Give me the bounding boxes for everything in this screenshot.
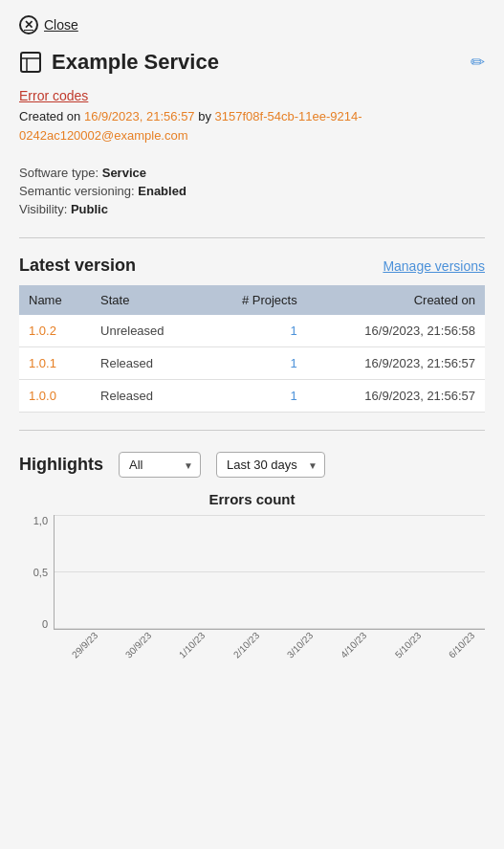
version-state: Unreleased (91, 315, 205, 347)
filter-select-wrapper: AllOption2Option3 (119, 452, 201, 478)
close-button[interactable]: ✕ Close (19, 15, 78, 34)
chart-container: 1,0 0,5 0 29/9/2330/9/231/10/232/10/233/… (19, 515, 485, 668)
version-name: 1.0.1 (19, 347, 91, 380)
table-row: 1.0.0 Released 1 16/9/2023, 21:56:57 (19, 380, 485, 413)
divider-1 (19, 237, 485, 238)
table-row: 1.0.2 Unreleased 1 16/9/2023, 21:56:58 (19, 315, 485, 347)
visibility-value: Public (71, 202, 108, 216)
highlights-title: Highlights (19, 455, 103, 475)
errors-count-title: Errors count (19, 491, 485, 507)
created-by-prefix: by (195, 109, 215, 123)
version-state: Released (91, 347, 205, 380)
visibility-label: Visibility: (19, 202, 71, 216)
highlights-section: Highlights AllOption2Option3 Last 30 day… (0, 438, 504, 678)
col-projects: # Projects (205, 285, 307, 315)
created-date: 16/9/2023, 21:56:57 (84, 109, 195, 123)
created-prefix: Created on (19, 109, 84, 123)
col-name: Name (19, 285, 91, 315)
semantic-versioning-value: Enabled (138, 184, 186, 198)
version-projects: 1 (205, 315, 307, 347)
manage-versions-link[interactable]: Manage versions (383, 258, 485, 274)
edit-icon[interactable]: ✏ (471, 52, 485, 73)
col-state: State (91, 285, 205, 315)
service-name: Example Service (52, 50, 219, 75)
y-label-bottom: 0 (19, 618, 48, 630)
chart-area (54, 515, 485, 630)
error-codes-link[interactable]: Error codes (19, 88, 88, 103)
service-icon (19, 51, 42, 74)
filter-select[interactable]: AllOption2Option3 (119, 452, 201, 478)
latest-version-title: Latest version (19, 256, 136, 276)
version-name: 1.0.0 (19, 380, 91, 413)
version-state: Released (91, 380, 205, 413)
y-axis-labels: 1,0 0,5 0 (19, 515, 52, 630)
meta-section: Error codes Created on 16/9/2023, 21:56:… (0, 80, 504, 156)
header-bar: ✕ Close (0, 0, 504, 42)
software-type-label: Software type: (19, 166, 102, 180)
close-circle-icon: ✕ (19, 15, 38, 34)
time-select[interactable]: Last 30 daysLast 7 daysLast 90 days (216, 452, 325, 478)
table-row: 1.0.1 Released 1 16/9/2023, 21:56:57 (19, 347, 485, 380)
versions-header: Latest version Manage versions (19, 256, 485, 276)
col-created: Created on (307, 285, 485, 315)
time-select-wrapper: Last 30 daysLast 7 daysLast 90 days (216, 452, 325, 478)
divider-2 (19, 430, 485, 431)
created-info: Created on 16/9/2023, 21:56:57 by 3157f0… (19, 107, 485, 145)
x-axis-labels: 29/9/2330/9/231/10/232/10/233/10/234/10/… (54, 641, 485, 652)
grid-line-mid (55, 571, 485, 572)
service-header: Example Service ✏ (0, 42, 504, 80)
y-label-top: 1,0 (19, 515, 48, 526)
main-panel: ✕ Close Example Service ✏ Error codes Cr… (0, 0, 504, 849)
y-label-mid: 0,5 (19, 567, 48, 578)
props-section: Software type: Service Semantic versioni… (0, 156, 504, 230)
grid-line-top (55, 515, 485, 516)
semantic-versioning-label: Semantic versioning: (19, 184, 138, 198)
version-projects: 1 (205, 347, 307, 380)
software-type-row: Software type: Service (19, 166, 485, 180)
highlights-header: Highlights AllOption2Option3 Last 30 day… (19, 452, 485, 478)
visibility-row: Visibility: Public (19, 202, 485, 216)
version-created: 16/9/2023, 21:56:57 (307, 380, 485, 413)
close-label: Close (44, 17, 78, 33)
grid-line-bottom (55, 628, 485, 629)
version-created: 16/9/2023, 21:56:57 (307, 347, 485, 380)
svg-rect-0 (21, 53, 40, 72)
versions-table: Name State # Projects Created on 1.0.2 U… (19, 285, 485, 413)
grid-lines (55, 515, 485, 629)
software-type-value: Service (102, 166, 146, 180)
service-title-group: Example Service (19, 50, 219, 75)
version-name: 1.0.2 (19, 315, 91, 347)
version-created: 16/9/2023, 21:56:58 (307, 315, 485, 347)
semantic-versioning-row: Semantic versioning: Enabled (19, 184, 485, 198)
table-header-row: Name State # Projects Created on (19, 285, 485, 315)
version-projects: 1 (205, 380, 307, 413)
versions-section: Latest version Manage versions Name Stat… (0, 246, 504, 422)
